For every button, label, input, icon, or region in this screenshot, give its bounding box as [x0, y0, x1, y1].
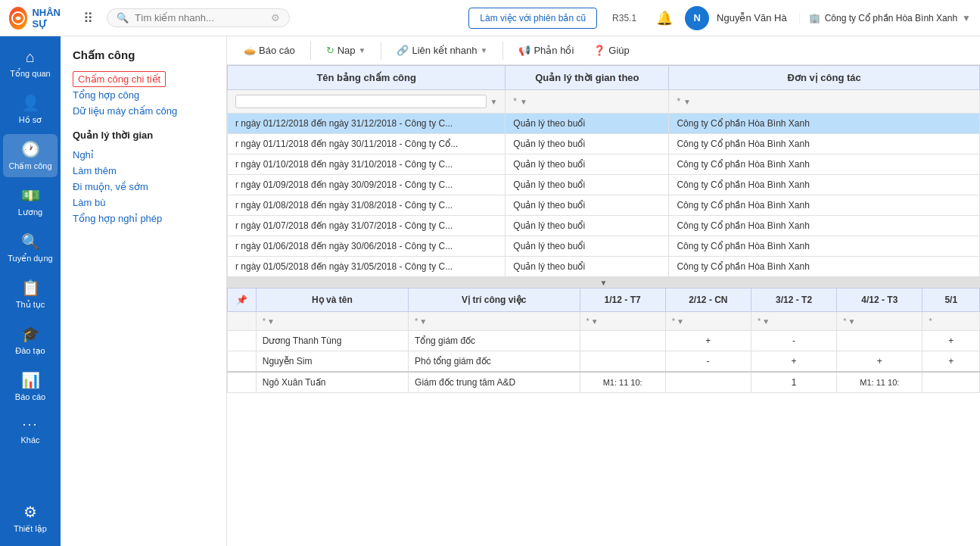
filter-name-chevron[interactable]: ▼: [490, 98, 497, 106]
splitter-icon: ▼: [600, 279, 608, 287]
emp3-d2: [665, 372, 751, 393]
divider-2: [381, 42, 381, 60]
sidebar-item-bao-cao[interactable]: 📊 Báo cáo: [3, 365, 58, 407]
chart-icon: 📊: [21, 371, 40, 389]
sidebar-item-khac[interactable]: ··· Khác: [3, 410, 58, 451]
header-ho-ten: Họ và tên: [256, 289, 408, 312]
upper-filter-row: ▼ * ▼ * ▼: [228, 90, 980, 114]
sidebar-label-dao-tao: Đào tạo: [15, 346, 45, 356]
table-row[interactable]: r ngày 01/09/2018 đến ngày 30/09/2018 - …: [228, 175, 980, 195]
table-row[interactable]: r ngày 01/07/2018 đến ngày 31/07/2018 - …: [228, 216, 980, 236]
sidebar-item-ho-so[interactable]: 👤 Hồ sơ: [3, 88, 58, 131]
sidebar-item-dao-tao[interactable]: 🎓 Đào tạo: [3, 319, 58, 362]
settings-icon[interactable]: ⚙: [271, 12, 280, 23]
old-version-button[interactable]: Làm việc với phiên bản cũ: [468, 8, 597, 29]
pie-chart-icon: 🥧: [244, 45, 256, 56]
row8-name: r ngày 01/05/2018 đến ngày 31/05/2018 - …: [228, 257, 506, 277]
table-row[interactable]: r ngày 01/08/2018 đến ngày 31/08/2018 - …: [228, 195, 980, 216]
sidebar-label-luong: Lương: [18, 207, 42, 217]
filter-name-input[interactable]: [235, 95, 487, 108]
table-wrapper[interactable]: Tên bảng chấm công Quản lý thời gian the…: [227, 65, 980, 546]
header-don-vi: Đơn vị công tác: [669, 66, 980, 90]
sidebar-item-tong-quan[interactable]: ⌂ Tổng quan: [3, 42, 58, 85]
filter-unit-chevron[interactable]: ▼: [683, 98, 691, 106]
emp1-d4: [837, 331, 922, 351]
grid-icon[interactable]: ⠿: [83, 10, 93, 27]
graduation-icon: 🎓: [21, 325, 40, 343]
search-input[interactable]: [135, 12, 265, 23]
table-row[interactable]: r ngày 01/10/2018 đến ngày 31/10/2018 - …: [228, 154, 980, 175]
chevron-down-icon: ▼: [962, 13, 971, 23]
giup-button[interactable]: ❓ Giúp: [586, 41, 636, 60]
speaker-icon: 📢: [518, 45, 530, 56]
search-icon: 🔍: [117, 12, 129, 23]
clock-icon: 🕐: [21, 140, 40, 158]
link-du-lieu-may[interactable]: Dữ liệu máy chấm công: [73, 103, 214, 119]
sidebar-item-cham-cong[interactable]: 🕐 Chấm công: [3, 134, 58, 177]
emp3-position: Giám đốc trung tâm A&D: [409, 372, 580, 393]
emp3-d3: 1: [751, 372, 836, 393]
row7-manage: Quản lý theo buổi: [506, 236, 669, 257]
bao-cao-button[interactable]: 🥧 Báo cáo: [236, 41, 303, 60]
sidebar-label-cham-cong: Chấm công: [8, 161, 51, 171]
table-row[interactable]: r ngày 01/12/2018 đến ngày 31/12/2018 - …: [228, 114, 980, 134]
building-icon: 🏢: [809, 13, 820, 23]
emp2-num: [228, 351, 257, 373]
row1-name: r ngày 01/12/2018 đến ngày 31/12/2018 - …: [228, 114, 506, 134]
sidebar-item-luong[interactable]: 💵 Lương: [3, 180, 58, 223]
row7-unit: Công ty Cổ phần Hòa Bình Xanh: [669, 236, 980, 257]
home-icon: ⌂: [26, 48, 35, 66]
sidebar-item-thiet-lap[interactable]: ⚙ Thiết lập: [3, 497, 58, 540]
sidebar-item-tuyen-dung[interactable]: 🔍 Tuyển dụng: [3, 226, 58, 270]
link-nghi[interactable]: Nghỉ: [73, 147, 214, 163]
emp1-d5: +: [922, 331, 980, 351]
filter-star-1: *: [513, 96, 517, 107]
avatar: N: [685, 6, 709, 30]
table-row[interactable]: r ngày 01/05/2018 đến ngày 31/05/2018 - …: [228, 257, 980, 277]
row1-unit: Công ty Cổ phần Hòa Bình Xanh: [669, 114, 980, 134]
company-name: Công ty Cổ phần Hòa Bình Xanh: [825, 13, 957, 23]
topbar: NHÂN SỰ ⠿ 🔍 ⚙ Làm việc với phiên bản cũ …: [0, 0, 980, 36]
row2-name: r ngày 01/11/2018 đến ngày 30/11/2018 - …: [228, 134, 506, 154]
table-row[interactable]: r ngày 01/06/2018 đến ngày 30/06/2018 - …: [228, 236, 980, 257]
sidebar-label-khac: Khác: [20, 435, 39, 445]
emp2-d4: +: [837, 351, 922, 373]
logo-text: NHÂN SỰ: [32, 7, 70, 30]
link-lam-them[interactable]: Làm thêm: [73, 163, 214, 179]
upper-table: Tên bảng chấm công Quản lý thời gian the…: [227, 65, 980, 277]
filter-manage-chevron[interactable]: ▼: [520, 98, 527, 106]
link-cham-cong-chi-tiet[interactable]: Chấm công chi tiết: [73, 71, 166, 87]
phan-hoi-button[interactable]: 📢 Phản hồi: [511, 41, 581, 60]
link-tong-hop-cong[interactable]: Tổng hợp công: [73, 87, 214, 103]
refresh-icon: ↻: [326, 45, 334, 56]
row1-manage: Quản lý theo buổi: [506, 114, 669, 134]
row8-unit: Công ty Cổ phần Hòa Bình Xanh: [669, 257, 980, 277]
nap-button[interactable]: ↻ Nap ▼: [319, 41, 374, 60]
link-di-muon[interactable]: Đi muộn, về sớm: [73, 179, 214, 195]
company-selector[interactable]: 🏢 Công ty Cổ phần Hòa Bình Xanh ▼: [799, 13, 971, 23]
bell-icon[interactable]: 🔔: [656, 10, 673, 27]
header-pin: 📌: [228, 289, 257, 312]
row4-unit: Công ty Cổ phần Hòa Bình Xanh: [669, 175, 980, 195]
row3-name: r ngày 01/10/2018 đến ngày 31/10/2018 - …: [228, 154, 506, 175]
row6-name: r ngày 01/07/2018 đến ngày 31/07/2018 - …: [228, 216, 506, 236]
lien-ket-button[interactable]: 🔗 Liên kết nhanh ▼: [389, 41, 495, 60]
splitter[interactable]: ▼: [227, 277, 980, 288]
header-quan-ly: Quản lý thời gian theo: [506, 66, 669, 90]
table-row[interactable]: Nguyễn Sim Phó tổng giám đốc - + + +: [228, 351, 980, 373]
link-icon: 🔗: [397, 45, 409, 56]
header-d4: 4/12 - T3: [837, 289, 922, 312]
divider-1: [310, 42, 311, 60]
sidebar-item-thu-tuc[interactable]: 📋 Thủ tục: [3, 273, 58, 316]
sidebar: ⌂ Tổng quan 👤 Hồ sơ 🕐 Chấm công 💵 Lương …: [0, 36, 61, 546]
link-tong-hop-nghi[interactable]: Tổng hợp nghỉ phép: [73, 211, 214, 226]
table-row[interactable]: r ngày 01/11/2018 đến ngày 30/11/2018 - …: [228, 134, 980, 154]
username: Nguyễn Văn Hà: [717, 12, 787, 23]
link-lam-bu[interactable]: Làm bù: [73, 195, 214, 211]
emp2-d1: [580, 351, 665, 373]
row3-unit: Công ty Cổ phần Hòa Bình Xanh: [669, 154, 980, 175]
header-ten-bang: Tên bảng chấm công: [228, 66, 506, 90]
table-row[interactable]: Dương Thanh Tùng Tổng giám đốc + - +: [228, 331, 980, 351]
sidebar-label-tuyen-dung: Tuyển dụng: [8, 254, 52, 264]
table-row[interactable]: Ngô Xuân Tuấn Giám đốc trung tâm A&D M1:…: [228, 372, 980, 393]
